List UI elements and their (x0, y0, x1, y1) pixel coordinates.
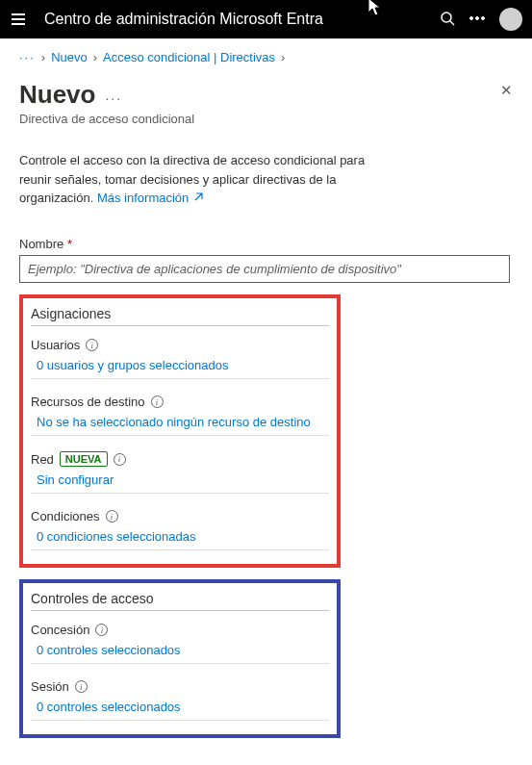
assignments-title: Asignaciones (31, 306, 329, 326)
conditions-item: Condiciones i 0 condiciones seleccionada… (31, 509, 329, 550)
info-icon[interactable]: i (151, 395, 164, 408)
external-link-icon (192, 190, 204, 209)
chevron-right-icon: › (281, 50, 285, 64)
cursor-pointer-icon (367, 0, 383, 19)
breadcrumb-link-policies[interactable]: Acceso condicional | Directivas (103, 50, 275, 64)
resources-label: Recursos de destino (31, 395, 145, 409)
breadcrumb-link-nuevo[interactable]: Nuevo (51, 50, 88, 64)
conditions-label: Condiciones (31, 509, 100, 523)
chevron-right-icon: › (41, 50, 45, 64)
name-label: Nombre * (19, 237, 510, 251)
chevron-right-icon: › (93, 50, 97, 64)
info-icon[interactable]: i (114, 453, 126, 466)
access-controls-title: Controles de acceso (31, 591, 329, 611)
conditions-value-link[interactable]: 0 condiciones seleccionadas (31, 529, 329, 544)
info-icon[interactable]: i (75, 680, 88, 693)
network-value-link[interactable]: Sin configurar (31, 472, 329, 487)
grant-value-link[interactable]: 0 controles seleccionados (31, 643, 329, 657)
page-title: Nuevo (19, 80, 95, 110)
svg-point-3 (476, 16, 479, 19)
users-item: Usuarios i 0 usuarios y grupos seleccion… (31, 338, 329, 379)
assignments-section: Asignaciones Usuarios i 0 usuarios y gru… (19, 294, 341, 568)
session-item: Sesión i 0 controles seleccionados (31, 679, 329, 721)
resources-value-link[interactable]: No se ha seleccionado ningún recurso de … (31, 415, 329, 429)
grant-label: Concesión (31, 623, 89, 637)
network-label: Red (31, 452, 54, 467)
grant-item: Concesión i 0 controles seleccionados (31, 623, 329, 664)
svg-point-0 (442, 13, 451, 22)
page-description: Controle el acceso con la directiva de a… (19, 151, 366, 208)
info-icon[interactable]: i (86, 339, 98, 351)
search-icon[interactable] (440, 11, 455, 29)
svg-point-4 (482, 16, 485, 19)
breadcrumb: ··· › Nuevo › Acceso condicional | Direc… (0, 38, 532, 76)
network-item: Red NUEVA i Sin configurar (31, 451, 329, 494)
page-more-icon[interactable]: ··· (105, 90, 122, 106)
name-input[interactable] (19, 255, 510, 283)
top-bar: Centro de administración Microsoft Entra (0, 0, 532, 38)
more-icon[interactable] (469, 11, 486, 29)
name-field-block: Nombre * (19, 237, 510, 283)
access-controls-section: Controles de acceso Concesión i 0 contro… (19, 579, 341, 738)
session-value-link[interactable]: 0 controles seleccionados (31, 700, 329, 714)
users-value-link[interactable]: 0 usuarios y grupos seleccionados (31, 358, 329, 372)
svg-line-1 (450, 21, 454, 25)
info-icon[interactable]: i (95, 624, 108, 636)
page-header: Nuevo ··· Directiva de acceso condiciona… (0, 76, 532, 132)
resources-item: Recursos de destino i No se ha seleccion… (31, 395, 329, 436)
learn-more-link[interactable]: Más información (97, 191, 204, 205)
breadcrumb-overflow[interactable]: ··· (19, 50, 36, 64)
page-subtitle: Directiva de acceso condicional (19, 112, 513, 126)
close-icon[interactable]: ✕ (500, 82, 513, 99)
users-label: Usuarios (31, 338, 80, 352)
hamburger-menu-icon[interactable] (10, 10, 27, 29)
session-label: Sesión (31, 679, 69, 694)
new-badge: NUEVA (60, 451, 108, 467)
info-icon[interactable]: i (106, 510, 118, 523)
svg-point-2 (470, 16, 473, 19)
user-avatar[interactable] (499, 8, 522, 31)
